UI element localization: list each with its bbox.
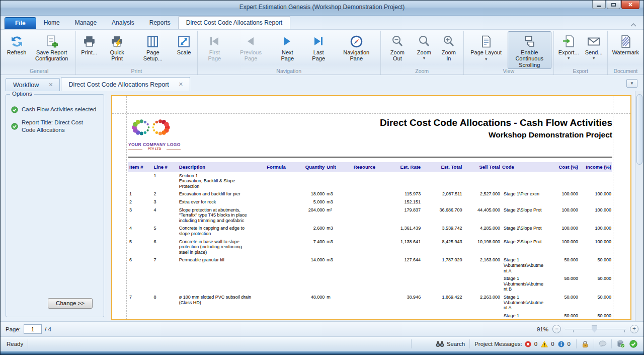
next-page-icon xyxy=(281,33,293,49)
chevron-up-icon xyxy=(630,23,636,27)
tab-close-icon[interactable]: ✕ xyxy=(47,82,54,88)
search-button[interactable]: Search xyxy=(436,340,465,347)
ribbon-group-zoom: Zoom Out Zoom ▼ Zoom In Zoom xyxy=(380,31,463,75)
button-label: Watermark xyxy=(612,49,639,55)
report-cell: 100.000 xyxy=(546,238,579,256)
zoom-in-button[interactable]: Zoom In xyxy=(436,31,461,63)
tab-workflow[interactable]: Workflow ✕ xyxy=(6,78,60,91)
report-cell xyxy=(266,206,297,225)
zoom-slider[interactable] xyxy=(564,324,627,334)
logo-text: YOUR COMPANY LOGO xyxy=(128,142,189,147)
ribbon-collapse-button[interactable] xyxy=(630,20,636,29)
report-cell: Stage 2\Slope Prot xyxy=(501,238,546,256)
tab-list-dropdown-button[interactable]: ▼ xyxy=(626,79,637,88)
status-bar: Ready Search Project Messages: 0 xyxy=(1,336,643,351)
scale-button[interactable]: Scale xyxy=(173,31,195,56)
maximize-button[interactable] xyxy=(607,1,620,9)
chevron-down-icon: ▼ xyxy=(630,81,634,86)
minimize-button[interactable] xyxy=(592,1,606,9)
close-button[interactable]: ✕ xyxy=(621,1,639,9)
previous-page-icon xyxy=(245,33,257,49)
report-cell: 1,869.422 xyxy=(422,294,463,312)
option-item-label: Cash Flow Activities selected xyxy=(22,106,96,114)
send-button[interactable]: Send... ▼ xyxy=(583,31,605,61)
navigation-pane-button[interactable]: Navigation Pane xyxy=(335,31,378,63)
project-messages-label: Project Messages: xyxy=(474,341,522,347)
padlock-icon xyxy=(581,340,589,348)
tab-analysis[interactable]: Analysis xyxy=(104,17,142,29)
report-cell xyxy=(346,225,383,238)
report-cell xyxy=(152,312,178,320)
page-setup-button[interactable]: Page Setup... xyxy=(134,31,172,63)
first-page-icon xyxy=(208,33,220,49)
watermark-icon xyxy=(619,33,632,49)
table-row: 12Excavation and backfill for pier18.000… xyxy=(128,190,612,198)
enable-continuous-scrolling-button[interactable]: Enable Continuous Scrolling xyxy=(508,31,551,69)
watermark-button[interactable]: Watermark xyxy=(610,31,641,56)
report-cell: 152.151 xyxy=(383,198,422,206)
zoom-in-icon xyxy=(442,33,455,49)
project-messages[interactable]: Project Messages: 0 0 0 xyxy=(474,341,572,347)
zoom-slider-thumb[interactable] xyxy=(592,326,597,333)
button-label: Quick Print xyxy=(104,49,130,62)
report-cell: 2,087.511 xyxy=(422,190,463,198)
report-cell: 50.000 xyxy=(546,256,579,275)
last-page-button[interactable]: Last Page xyxy=(304,31,334,63)
report-cell: 3,539.742 xyxy=(422,225,463,238)
button-label: Print... xyxy=(81,49,97,55)
report-cell: 50.000 xyxy=(546,294,579,312)
report-cell: 1 xyxy=(128,190,152,198)
change-button[interactable]: Change >> xyxy=(48,298,93,309)
zoom-out-small-button[interactable]: − xyxy=(552,325,561,333)
previous-page-button[interactable]: Previous Page xyxy=(230,31,271,63)
first-page-button[interactable]: First Page xyxy=(200,31,230,63)
report-cell: m3 xyxy=(326,225,346,238)
dropdown-caret-icon: ▼ xyxy=(422,56,426,60)
tab-direct-cost-code-allocations-report[interactable]: Direct Cost Code Allocations Report xyxy=(178,16,290,29)
lock-button[interactable] xyxy=(581,340,589,348)
page-number-input[interactable] xyxy=(24,324,42,334)
file-tab[interactable]: File xyxy=(5,17,36,29)
report-cell: 8,425.943 xyxy=(422,238,463,256)
print-button[interactable]: Print... xyxy=(78,31,100,56)
zoom-dropdown-button[interactable]: Zoom ▼ xyxy=(413,31,435,61)
save-report-configuration-button[interactable]: Save Report Configuration xyxy=(30,31,73,63)
report-cell: 3 xyxy=(128,206,152,225)
tab-manage[interactable]: Manage xyxy=(67,17,104,29)
column-header: Sell Total xyxy=(463,162,501,172)
report-table-body: 1Section 1 Excavation, Backfill & Slope … xyxy=(128,172,612,320)
report-cell: m3 xyxy=(326,190,346,198)
report-cell: 2,163.000 xyxy=(463,256,501,275)
vertical-scrollbar[interactable] xyxy=(635,91,643,321)
report-cell: m xyxy=(326,294,346,312)
tab-close-icon[interactable]: ✕ xyxy=(177,81,185,88)
quick-print-button[interactable]: Quick Print xyxy=(101,31,133,63)
option-item: Cash Flow Activities selected xyxy=(11,106,98,114)
button-label: Save Report Configuration xyxy=(32,49,71,62)
report-cell: 100.000 xyxy=(579,238,612,256)
column-header: Est. Rate xyxy=(383,162,422,172)
zoom-out-button[interactable]: Zoom Out xyxy=(383,31,412,63)
tab-home[interactable]: Home xyxy=(36,17,67,29)
database-status-button[interactable] xyxy=(616,340,625,348)
zoom-in-small-button[interactable]: + xyxy=(630,325,638,333)
report-cell: 5 xyxy=(128,238,152,256)
report-cell: m3 xyxy=(326,198,346,206)
button-label: Scale xyxy=(177,49,191,55)
tab-direct-cost-code-allocations-report-document[interactable]: Direct Cost Code Allocations Report ✕ xyxy=(61,77,190,91)
page-total: / 4 xyxy=(45,326,51,332)
document-tab-strip: Workflow ✕ Direct Cost Code Allocations … xyxy=(1,75,643,91)
tab-reports[interactable]: Reports xyxy=(142,17,178,29)
refresh-button[interactable]: Refresh xyxy=(5,31,29,56)
report-cell: 10,198.000 xyxy=(463,238,501,256)
save-report-icon xyxy=(45,33,58,49)
comments-button[interactable] xyxy=(599,340,607,347)
next-page-button[interactable]: Next Page xyxy=(272,31,303,63)
status-ok-button[interactable] xyxy=(629,340,637,348)
title-bar: Expert Estimation Genesis (Workshop Demo… xyxy=(1,1,643,16)
report-cell: Stage 1 \Abutments\Abutment A xyxy=(501,294,546,312)
scrollbar-thumb[interactable] xyxy=(636,94,642,165)
export-button[interactable]: Export... ▼ xyxy=(556,31,582,61)
report-cell: 1,787.020 xyxy=(422,256,463,275)
page-layout-button[interactable]: Page Layout ▼ xyxy=(466,31,507,63)
